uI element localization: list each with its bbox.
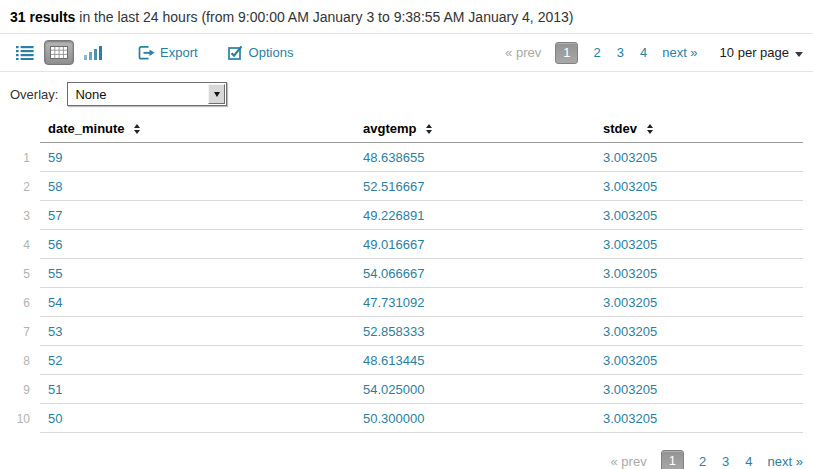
table-row: 7 53 52.858333 3.003205 xyxy=(0,317,803,346)
table-view-button[interactable] xyxy=(44,40,74,65)
cell-avgtemp[interactable]: 49.016667 xyxy=(355,230,595,259)
prev-link: « prev xyxy=(611,454,647,469)
results-count: 31 results xyxy=(10,9,75,25)
per-page-label: 10 per page xyxy=(720,45,789,60)
bar-chart-icon xyxy=(84,46,102,60)
sort-icon[interactable] xyxy=(647,124,653,134)
cell-date-minute[interactable]: 56 xyxy=(40,230,355,259)
per-page-dropdown[interactable]: 10 per page xyxy=(720,45,803,60)
chart-view-button[interactable] xyxy=(78,40,108,65)
cell-stdev[interactable]: 3.003205 xyxy=(595,317,803,346)
cell-avgtemp[interactable]: 52.516667 xyxy=(355,172,595,201)
results-table: date_minute avgtemp stdev 1 59 48.638655… xyxy=(0,115,803,433)
row-number-header xyxy=(0,115,40,143)
table-row: 1 59 48.638655 3.003205 xyxy=(0,143,803,172)
table-header-row: date_minute avgtemp stdev xyxy=(0,115,803,143)
toolbar: Export Options « prev 1 2 3 4 next » 10 … xyxy=(0,34,813,72)
export-icon xyxy=(138,45,155,61)
column-label: avgtemp xyxy=(363,121,416,136)
cell-avgtemp[interactable]: 48.613445 xyxy=(355,346,595,375)
options-button[interactable]: Options xyxy=(228,45,294,60)
cell-date-minute[interactable]: 50 xyxy=(40,404,355,433)
cell-avgtemp[interactable]: 47.731092 xyxy=(355,288,595,317)
page-1-current[interactable]: 1 xyxy=(555,42,578,64)
table-row: 3 57 49.226891 3.003205 xyxy=(0,201,803,230)
overlay-label: Overlay: xyxy=(10,87,58,102)
row-number: 2 xyxy=(0,172,40,201)
page-2-link[interactable]: 2 xyxy=(699,454,706,469)
column-label: date_minute xyxy=(48,121,125,136)
sort-icon[interactable] xyxy=(134,124,140,134)
cell-date-minute[interactable]: 54 xyxy=(40,288,355,317)
cell-stdev[interactable]: 3.003205 xyxy=(595,288,803,317)
view-switcher xyxy=(10,40,108,65)
cell-date-minute[interactable]: 52 xyxy=(40,346,355,375)
page-1-current[interactable]: 1 xyxy=(661,450,684,469)
options-label: Options xyxy=(249,45,294,60)
overlay-select-value: None xyxy=(68,87,106,102)
cell-avgtemp[interactable]: 54.025000 xyxy=(355,375,595,404)
row-number: 5 xyxy=(0,259,40,288)
overlay-select[interactable]: None xyxy=(67,82,227,106)
column-label: stdev xyxy=(603,121,637,136)
cell-date-minute[interactable]: 51 xyxy=(40,375,355,404)
row-number: 10 xyxy=(0,404,40,433)
table-row: 9 51 54.025000 3.003205 xyxy=(0,375,803,404)
cell-stdev[interactable]: 3.003205 xyxy=(595,346,803,375)
select-dropdown-button[interactable] xyxy=(208,84,225,104)
cell-stdev[interactable]: 3.003205 xyxy=(595,375,803,404)
page-4-link[interactable]: 4 xyxy=(745,454,752,469)
table-row: 10 50 50.300000 3.003205 xyxy=(0,404,803,433)
page-3-link[interactable]: 3 xyxy=(617,45,624,60)
export-button[interactable]: Export xyxy=(138,45,198,61)
table-row: 5 55 54.066667 3.003205 xyxy=(0,259,803,288)
table-icon xyxy=(50,46,68,59)
row-number: 7 xyxy=(0,317,40,346)
cell-stdev[interactable]: 3.003205 xyxy=(595,259,803,288)
cell-stdev[interactable]: 3.003205 xyxy=(595,404,803,433)
prev-link: « prev xyxy=(505,45,541,60)
overlay-row: Overlay: None xyxy=(0,72,813,115)
cell-stdev[interactable]: 3.003205 xyxy=(595,201,803,230)
sort-icon[interactable] xyxy=(426,124,432,134)
cell-avgtemp[interactable]: 49.226891 xyxy=(355,201,595,230)
table-row: 4 56 49.016667 3.003205 xyxy=(0,230,803,259)
row-number: 3 xyxy=(0,201,40,230)
caret-down-icon xyxy=(795,52,803,57)
row-number: 9 xyxy=(0,375,40,404)
page-2-link[interactable]: 2 xyxy=(593,45,600,60)
cell-date-minute[interactable]: 58 xyxy=(40,172,355,201)
cell-stdev[interactable]: 3.003205 xyxy=(595,143,803,172)
row-number: 1 xyxy=(0,143,40,172)
cell-avgtemp[interactable]: 54.066667 xyxy=(355,259,595,288)
options-checkbox-icon xyxy=(228,45,244,60)
results-summary: 31 results in the last 24 hours (from 9:… xyxy=(0,0,813,34)
page-3-link[interactable]: 3 xyxy=(722,454,729,469)
export-label: Export xyxy=(160,45,198,60)
cell-avgtemp[interactable]: 48.638655 xyxy=(355,143,595,172)
next-link[interactable]: next » xyxy=(768,454,803,469)
row-number: 8 xyxy=(0,346,40,375)
cell-stdev[interactable]: 3.003205 xyxy=(595,230,803,259)
cell-avgtemp[interactable]: 50.300000 xyxy=(355,404,595,433)
row-number: 6 xyxy=(0,288,40,317)
table-row: 8 52 48.613445 3.003205 xyxy=(0,346,803,375)
events-list-view-button[interactable] xyxy=(10,40,40,65)
cell-date-minute[interactable]: 57 xyxy=(40,201,355,230)
row-number: 4 xyxy=(0,230,40,259)
cell-stdev[interactable]: 3.003205 xyxy=(595,172,803,201)
results-page: 31 results in the last 24 hours (from 9:… xyxy=(0,0,813,469)
table-row: 6 54 47.731092 3.003205 xyxy=(0,288,803,317)
column-header-stdev[interactable]: stdev xyxy=(595,115,803,143)
next-link[interactable]: next » xyxy=(662,45,697,60)
page-4-link[interactable]: 4 xyxy=(640,45,647,60)
cell-avgtemp[interactable]: 52.858333 xyxy=(355,317,595,346)
column-header-date-minute[interactable]: date_minute xyxy=(40,115,355,143)
cell-date-minute[interactable]: 55 xyxy=(40,259,355,288)
cell-date-minute[interactable]: 53 xyxy=(40,317,355,346)
results-range: in the last 24 hours (from 9:00:00 AM Ja… xyxy=(79,9,573,25)
cell-date-minute[interactable]: 59 xyxy=(40,143,355,172)
bottom-bar: « prev 1 2 3 4 next » xyxy=(0,450,803,469)
pagination-top: « prev 1 2 3 4 next » xyxy=(505,42,698,64)
column-header-avgtemp[interactable]: avgtemp xyxy=(355,115,595,143)
